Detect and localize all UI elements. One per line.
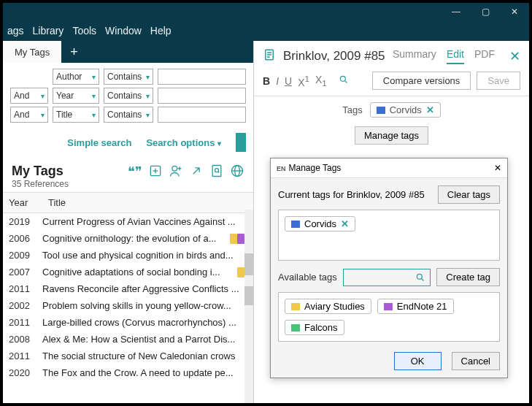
tab-add[interactable]: + [61,41,87,63]
tag-chip-corvids[interactable]: Corvids✕ [285,216,355,231]
table-row[interactable]: 2008Alex & Me: How a Scientist and a Par… [3,331,253,348]
tag-chip-endnote-21[interactable]: EndNote 21 [377,299,454,314]
subscript-button[interactable]: X1 [315,74,327,88]
operator-dropdown[interactable]: And▾ [10,107,48,123]
search-handle[interactable] [236,133,246,152]
document-icon [263,48,276,64]
condition-dropdown[interactable]: Contains▾ [104,69,153,85]
export-icon[interactable] [209,164,224,182]
chevron-down-icon: ▾ [146,111,150,119]
table-row[interactable]: 2002Problem solving skills in young yell… [3,297,253,314]
column-header-year[interactable]: Year [3,193,42,212]
search-value-input[interactable] [158,107,246,123]
search-value-input[interactable] [158,69,246,85]
remove-tag-icon[interactable]: ✕ [426,104,434,115]
scrollbar-thumb[interactable] [244,286,253,305]
search-options-link[interactable]: Search options ▾ [146,137,221,148]
clear-tags-button[interactable]: Clear tags [438,185,500,204]
scrollbar-track[interactable] [244,210,253,403]
bold-button[interactable]: B [263,75,270,87]
table-row[interactable]: 2007Cognitive adaptations of social bond… [3,264,253,280]
dialog-title: Manage Tags [289,163,342,173]
cell-year: 2009 [9,250,42,261]
add-person-icon[interactable] [169,164,183,182]
chevron-down-icon: ▾ [146,92,150,100]
table-row[interactable]: 2006Cognitive ornithology: the evolution… [3,230,253,247]
dialog-close-icon[interactable]: ✕ [494,163,501,173]
superscript-button[interactable]: X1 [298,74,309,88]
menu-window[interactable]: Window [105,25,142,37]
tag-color-icon [291,324,300,332]
cell-title: Current Progress of Avian Vaccines Again… [42,216,244,227]
web-icon[interactable] [230,164,244,182]
quote-icon[interactable]: ❝❞ [128,164,142,182]
menu-tags[interactable]: ags [7,25,24,37]
tab-my-tags[interactable]: My Tags [3,41,61,63]
tab-pdf[interactable]: PDF [474,48,495,64]
compare-versions-button[interactable]: Compare versions [372,72,471,90]
cell-title: Problem solving skills in young yellow-c… [42,300,244,311]
cancel-button[interactable]: Cancel [452,352,500,370]
current-tags-label: Current tags for Brinklov, 2009 #85 [278,189,425,200]
minimize-button[interactable]: — [442,7,471,17]
cell-title: Cognitive ornithology: the evolution of … [42,233,230,244]
condition-dropdown[interactable]: Contains▾ [104,107,153,123]
svg-point-18 [417,274,423,279]
underline-button[interactable]: U [285,75,292,87]
manage-tags-dialog: ENManage Tags ✕ Current tags for Brinklo… [270,158,508,378]
group-title: My Tags [12,164,69,179]
svg-rect-6 [212,166,221,177]
column-header-title[interactable]: Title [42,193,253,212]
field-dropdown[interactable]: Year▾ [53,88,99,104]
save-button[interactable]: Save [477,72,520,90]
available-tags-box: Aviary Studies EndNote 21 Falcons [278,292,500,342]
condition-dropdown[interactable]: Contains▾ [104,88,153,104]
tag-dot-icon [237,267,244,277]
available-tags-label: Available tags [278,272,337,283]
share-icon[interactable] [189,164,204,182]
search-value-input[interactable] [158,88,246,104]
remove-tag-icon[interactable]: ✕ [341,218,349,229]
tag-chip-corvids[interactable]: Corvids✕ [370,102,441,118]
tag-chip-falcons[interactable]: Falcons [285,320,344,335]
tag-dot-icon [230,234,237,244]
table-row[interactable]: 2011Ravens Reconcile after Aggressive Co… [3,280,253,297]
ok-button[interactable]: OK [394,352,442,370]
close-window-button[interactable]: ✕ [500,7,529,17]
simple-search-link[interactable]: Simple search [67,137,131,148]
cell-title: The social structure of New Caledonian c… [42,351,244,361]
table-row[interactable]: 2011Large-billed crows (Corvus macrorhyn… [3,314,253,331]
table-row[interactable]: 2019Current Progress of Avian Vaccines A… [3,213,253,230]
menu-library[interactable]: Library [33,25,64,37]
close-panel-icon[interactable]: ✕ [509,48,520,64]
add-reference-icon[interactable] [148,164,163,182]
cell-year: 2020 [9,367,42,378]
svg-point-16 [340,76,345,81]
tab-edit[interactable]: Edit [447,48,464,64]
cell-year: 2011 [9,283,42,294]
cell-title: Alex & Me: How a Scientist and a Parrot … [42,334,244,345]
operator-dropdown[interactable]: And▾ [10,88,48,104]
field-dropdown[interactable]: Author▾ [53,69,99,85]
table-row[interactable]: 2009Tool use and physical cognition in b… [3,247,253,264]
create-tag-button[interactable]: Create tag [436,268,500,286]
table-row[interactable]: 2011The social structure of New Caledoni… [3,348,253,364]
scrollbar-thumb[interactable] [244,253,253,275]
svg-point-3 [172,166,177,171]
search-icon[interactable] [339,74,349,87]
table-row[interactable]: 2020The Fox and the Crow. A need to upda… [3,364,253,381]
menu-tools[interactable]: Tools [72,25,96,37]
field-dropdown[interactable]: Title▾ [53,107,99,123]
italic-button[interactable]: I [276,75,279,87]
manage-tags-button[interactable]: Manage tags [355,126,428,145]
cell-year: 2008 [9,334,42,345]
tab-summary[interactable]: Summary [393,48,436,64]
reference-count: 35 References [12,179,69,189]
format-toolbar: B I U X1 X1 Compare versions Save [254,69,529,96]
chevron-down-icon: ▾ [92,111,96,119]
tag-search-input[interactable] [343,269,431,286]
maximize-button[interactable]: ▢ [471,7,500,17]
tag-dot-icon [237,234,244,244]
menu-help[interactable]: Help [150,25,171,37]
tag-chip-aviary-studies[interactable]: Aviary Studies [285,299,371,314]
